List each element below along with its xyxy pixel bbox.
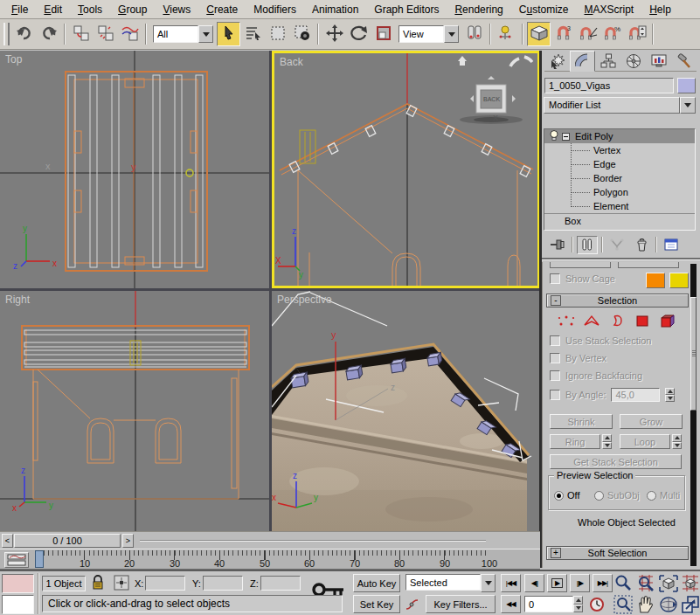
- edge-subobject-button[interactable]: [582, 313, 601, 330]
- rectangular-selection-region-button[interactable]: [266, 22, 289, 46]
- use-stack-selection-checkbox[interactable]: [550, 335, 560, 346]
- key-filters-button[interactable]: Key Filters...: [426, 595, 496, 613]
- window-crossing-button[interactable]: [290, 22, 314, 46]
- by-angle-field[interactable]: 45,0: [611, 388, 660, 402]
- angle-snap-toggle-button[interactable]: 3: [551, 22, 575, 46]
- selection-lock-button[interactable]: [91, 575, 105, 592]
- make-unique-button[interactable]: [606, 236, 627, 254]
- current-frame-field[interactable]: 0: [524, 596, 573, 612]
- pan-view-button[interactable]: [635, 595, 656, 615]
- go-to-end-button[interactable]: ▶▶|: [593, 574, 613, 592]
- spinner-down[interactable]: [672, 442, 682, 450]
- spinner-down[interactable]: [573, 605, 583, 613]
- select-and-scale-button[interactable]: [371, 22, 395, 46]
- menu-tools[interactable]: Tools: [70, 1, 110, 18]
- spinner-up[interactable]: [602, 434, 612, 442]
- stack-subobject-element[interactable]: Element: [544, 199, 695, 213]
- percent-snap-toggle-button[interactable]: %: [600, 22, 624, 46]
- time-slider-button[interactable]: 0 / 100: [14, 534, 121, 548]
- viewport-back-active[interactable]: BACK X z X y Back: [272, 51, 540, 288]
- time-slider-groove[interactable]: [140, 540, 486, 542]
- select-object-button[interactable]: [217, 22, 240, 46]
- remove-modifier-button[interactable]: [631, 236, 652, 254]
- zoom-extents-all-button[interactable]: [681, 574, 700, 595]
- stack-subobject-vertex[interactable]: Vertex: [544, 143, 695, 157]
- pin-stack-button[interactable]: [547, 236, 568, 254]
- select-and-link-button[interactable]: [69, 22, 93, 46]
- spinner-down[interactable]: [602, 442, 612, 450]
- undo-button[interactable]: [12, 22, 36, 46]
- preview-multi-radio[interactable]: [647, 491, 656, 501]
- spinner-up[interactable]: [672, 434, 682, 442]
- scrollbar-thumb[interactable]: [690, 297, 697, 411]
- tab-motion[interactable]: [620, 51, 646, 72]
- dropdown-arrow-icon[interactable]: [198, 25, 213, 43]
- menu-maxscript[interactable]: MAXScript: [577, 1, 642, 18]
- viewport-label-right[interactable]: Right: [5, 294, 30, 306]
- zoom-button[interactable]: [613, 574, 633, 595]
- open-mini-curve-editor-button[interactable]: [4, 552, 29, 568]
- macro-recorder-field[interactable]: [2, 574, 34, 593]
- spinner-up[interactable]: [573, 596, 583, 605]
- auto-key-button[interactable]: Auto Key: [353, 574, 400, 592]
- set-key-button[interactable]: Set Key: [353, 595, 400, 613]
- menu-file[interactable]: File: [3, 1, 36, 18]
- tab-hierarchy[interactable]: [595, 51, 620, 72]
- preview-off-radio[interactable]: [554, 491, 564, 501]
- tab-create[interactable]: [544, 51, 570, 72]
- next-frame-button[interactable]: ||▶: [570, 574, 590, 592]
- select-and-manipulate-button[interactable]: [495, 22, 518, 46]
- menu-views[interactable]: Views: [155, 1, 198, 18]
- object-color-swatch[interactable]: [677, 78, 696, 93]
- cropped-button-partial[interactable]: [550, 262, 611, 268]
- previous-frame-arrow-button[interactable]: <: [2, 534, 13, 548]
- key-filter-selected-dropdown[interactable]: Selected: [405, 574, 496, 592]
- ring-spinner[interactable]: [602, 434, 612, 449]
- shrink-button[interactable]: Shrink: [550, 414, 613, 429]
- maximize-viewport-toggle-button[interactable]: [681, 595, 700, 615]
- loop-button[interactable]: Loop: [620, 434, 670, 449]
- object-name-field[interactable]: 1_0050_Vigas: [544, 78, 674, 93]
- tab-modify[interactable]: [570, 51, 595, 72]
- arc-rotate-button[interactable]: [658, 595, 679, 615]
- dropdown-arrow-icon[interactable]: [680, 97, 696, 114]
- absolute-offset-mode-button[interactable]: [114, 575, 129, 592]
- configure-modifier-sets-button[interactable]: [661, 236, 682, 254]
- track-bar-ruler[interactable]: 0 10 20 30 40 50 60 70 80 90 100: [31, 549, 489, 570]
- x-coordinate-field[interactable]: [145, 576, 185, 591]
- menu-graph-editors[interactable]: Graph Editors: [366, 1, 447, 18]
- polygon-subobject-button[interactable]: [633, 313, 652, 330]
- bind-to-space-warp-button[interactable]: [118, 22, 142, 46]
- border-subobject-button[interactable]: [607, 313, 627, 330]
- menu-edit[interactable]: Edit: [36, 1, 70, 18]
- stack-item-box[interactable]: Box: [544, 213, 695, 227]
- spinner-snap-toggle-button[interactable]: [625, 22, 648, 46]
- spinner-down[interactable]: [665, 395, 675, 402]
- reference-coordinate-dropdown[interactable]: View: [399, 25, 459, 43]
- select-and-rotate-button[interactable]: [347, 22, 371, 46]
- redo-button[interactable]: [37, 22, 60, 46]
- vertex-subobject-button[interactable]: [557, 313, 576, 330]
- by-angle-spinner[interactable]: [665, 388, 675, 402]
- zoom-extents-button[interactable]: [658, 574, 679, 595]
- loop-spinner[interactable]: [672, 434, 682, 449]
- dropdown-arrow-icon[interactable]: [481, 574, 496, 592]
- modifier-stack-list[interactable]: Edit Poly Vertex Edge Border Polygon Ele…: [544, 128, 696, 231]
- get-stack-selection-button[interactable]: Get Stack Selection: [550, 454, 682, 469]
- stack-subobject-border[interactable]: Border: [544, 171, 695, 185]
- expand-plus-icon[interactable]: +: [551, 548, 561, 558]
- viewport-label-top[interactable]: Top: [5, 53, 22, 66]
- rollout-scrollbar[interactable]: [690, 264, 697, 566]
- menu-group[interactable]: Group: [110, 1, 155, 18]
- viewport-label-perspective[interactable]: Perspective: [277, 294, 332, 306]
- soft-selection-rollout-header[interactable]: + Soft Selection: [546, 546, 689, 560]
- menu-customize[interactable]: Customize: [511, 1, 577, 18]
- select-by-name-button[interactable]: [241, 22, 265, 46]
- previous-frame-button[interactable]: ◀||: [524, 574, 544, 592]
- viewport-right[interactable]: z x y Right: [0, 291, 269, 531]
- menu-create[interactable]: Create: [198, 1, 246, 18]
- track-bar-frame-marker[interactable]: [35, 550, 44, 568]
- viewport-top[interactable]: x y y x z Top: [0, 51, 269, 288]
- menu-rendering[interactable]: Rendering: [447, 1, 510, 18]
- zoom-all-button[interactable]: [635, 574, 656, 595]
